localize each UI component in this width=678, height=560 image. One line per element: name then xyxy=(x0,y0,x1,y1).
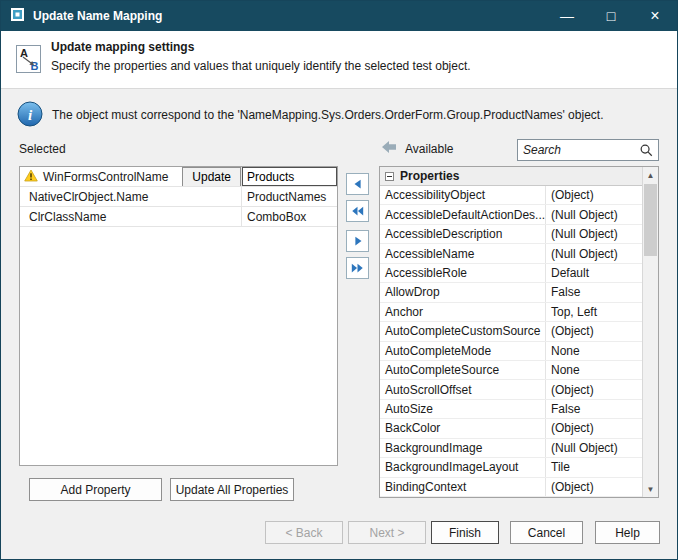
properties-group-header[interactable]: Properties xyxy=(380,167,642,186)
property-value: None xyxy=(545,361,642,379)
available-label-group: Available xyxy=(381,140,453,157)
property-value: ProductNames xyxy=(247,190,326,204)
property-row[interactable]: BindingContext(Object) xyxy=(380,478,642,497)
back-button[interactable]: < Back xyxy=(265,521,343,544)
property-value: (Object) xyxy=(545,478,642,496)
finish-button[interactable]: Finish xyxy=(431,521,499,544)
search-input[interactable] xyxy=(518,143,639,157)
property-row[interactable]: AutoScrollOffset(Object) xyxy=(380,380,642,399)
arrow-right-icon xyxy=(351,234,365,248)
next-button[interactable]: Next > xyxy=(348,521,426,544)
add-property-button[interactable]: Add Property xyxy=(29,478,162,501)
available-label: Available xyxy=(405,142,453,156)
selected-row-clrclassname[interactable]: ClrClassName ComboBox xyxy=(20,207,337,227)
move-all-right-button[interactable] xyxy=(346,257,369,279)
move-left-button[interactable] xyxy=(346,173,369,195)
property-name: BindingContext xyxy=(380,478,545,496)
property-value: (Null Object) xyxy=(545,225,642,243)
property-value: (Null Object) xyxy=(545,439,642,457)
property-row[interactable]: AutoCompleteCustomSource(Object) xyxy=(380,322,642,341)
scroll-up-icon[interactable]: ▲ xyxy=(643,167,658,183)
svg-text:A: A xyxy=(20,47,28,59)
property-row[interactable]: AccessibleRoleDefault xyxy=(380,264,642,283)
page-subtitle: Specify the properties and values that u… xyxy=(51,59,471,73)
property-value: Default xyxy=(545,264,642,282)
help-button[interactable]: Help xyxy=(595,521,660,544)
property-value: (Object) xyxy=(545,419,642,437)
property-name: AccessibleRole xyxy=(380,264,545,282)
property-row[interactable]: AccessibleName(Null Object) xyxy=(380,244,642,263)
vertical-scrollbar[interactable]: ▲ ▼ xyxy=(642,167,658,497)
available-properties-grid: Properties AccessibilityObject(Object) A… xyxy=(379,166,659,498)
close-button[interactable]: × xyxy=(633,1,677,31)
property-row[interactable]: AutoSizeFalse xyxy=(380,400,642,419)
property-row[interactable]: AutoCompleteSourceNone xyxy=(380,361,642,380)
maximize-icon: □ xyxy=(607,8,615,24)
close-icon: × xyxy=(650,7,659,25)
move-all-left-button[interactable] xyxy=(346,200,369,222)
property-value: (Null Object) xyxy=(545,244,642,262)
property-row[interactable]: BackColor(Object) xyxy=(380,419,642,438)
move-right-button[interactable] xyxy=(346,230,369,252)
property-name: AccessibleName xyxy=(380,244,545,262)
wizard-header: A B Update mapping settings Specify the … xyxy=(1,31,677,89)
property-name: AutoCompleteMode xyxy=(380,342,545,360)
property-value: Top, Left xyxy=(545,303,642,321)
search-icon[interactable] xyxy=(639,143,654,158)
property-name: BackgroundImage xyxy=(380,439,545,457)
selected-row-nativeclrobject-name[interactable]: NativeClrObject.Name ProductNames xyxy=(20,187,337,207)
selected-value-editor[interactable] xyxy=(242,167,337,186)
property-value: (Object) xyxy=(545,380,642,398)
title-bar[interactable]: Update Name Mapping — □ × xyxy=(1,1,677,31)
scrollbar-thumb[interactable] xyxy=(644,184,657,256)
property-name: BackColor xyxy=(380,419,545,437)
property-value: Tile xyxy=(545,458,642,476)
property-row[interactable]: AccessibleDescription(Null Object) xyxy=(380,225,642,244)
selected-properties-table: WinFormsControlName Update NativeClrObje… xyxy=(19,166,338,466)
property-name: AccessibilityObject xyxy=(380,186,545,204)
property-value: ComboBox xyxy=(247,210,306,224)
property-row[interactable]: BackgroundImageLayoutTile xyxy=(380,458,642,477)
property-name: BackgroundImageLayout xyxy=(380,458,545,476)
property-value: (Object) xyxy=(545,186,642,204)
minimize-icon: — xyxy=(560,8,574,24)
properties-list: AccessibilityObject(Object) AccessibleDe… xyxy=(380,186,642,497)
group-label: Properties xyxy=(400,169,459,183)
warning-icon xyxy=(24,169,38,185)
property-row[interactable]: AccessibleDefaultActionDes...(Null Objec… xyxy=(380,205,642,224)
window-title: Update Name Mapping xyxy=(33,9,162,23)
property-row[interactable]: AnchorTop, Left xyxy=(380,303,642,322)
info-icon: i xyxy=(17,101,43,130)
update-button[interactable]: Update xyxy=(182,167,241,186)
collapse-icon[interactable] xyxy=(385,172,394,181)
property-row[interactable]: AllowDropFalse xyxy=(380,283,642,302)
double-arrow-right-icon xyxy=(350,261,365,275)
property-row[interactable]: AutoCompleteModeNone xyxy=(380,342,642,361)
property-name: WinFormsControlName xyxy=(43,170,168,184)
cancel-button[interactable]: Cancel xyxy=(510,521,583,544)
update-all-properties-button[interactable]: Update All Properties xyxy=(170,478,294,501)
property-name: AutoSize xyxy=(380,400,545,418)
scroll-down-icon[interactable]: ▼ xyxy=(643,481,658,497)
property-name: AutoScrollOffset xyxy=(380,380,545,398)
maximize-button[interactable]: □ xyxy=(589,1,633,31)
property-row[interactable]: AccessibilityObject(Object) xyxy=(380,186,642,205)
property-row[interactable]: BackgroundImage(Null Object) xyxy=(380,439,642,458)
search-box xyxy=(517,139,659,161)
info-bar: i The object must correspond to the 'Nam… xyxy=(17,100,661,130)
minimize-button[interactable]: — xyxy=(545,1,589,31)
selected-row-winformscontrolname[interactable]: WinFormsControlName Update xyxy=(20,167,337,187)
property-name: AccessibleDefaultActionDes... xyxy=(380,205,545,223)
property-value: (Null Object) xyxy=(545,205,642,223)
property-name: NativeClrObject.Name xyxy=(29,190,148,204)
property-name: AccessibleDescription xyxy=(380,225,545,243)
property-value: False xyxy=(545,283,642,301)
double-arrow-left-icon xyxy=(350,204,365,218)
property-name: AllowDrop xyxy=(380,283,545,301)
property-name: ClrClassName xyxy=(29,210,106,224)
page-title: Update mapping settings xyxy=(51,40,194,54)
property-value: (Object) xyxy=(545,322,642,340)
property-name: Anchor xyxy=(380,303,545,321)
name-mapping-icon: A B xyxy=(14,44,44,77)
info-text: The object must correspond to the 'NameM… xyxy=(52,108,603,122)
